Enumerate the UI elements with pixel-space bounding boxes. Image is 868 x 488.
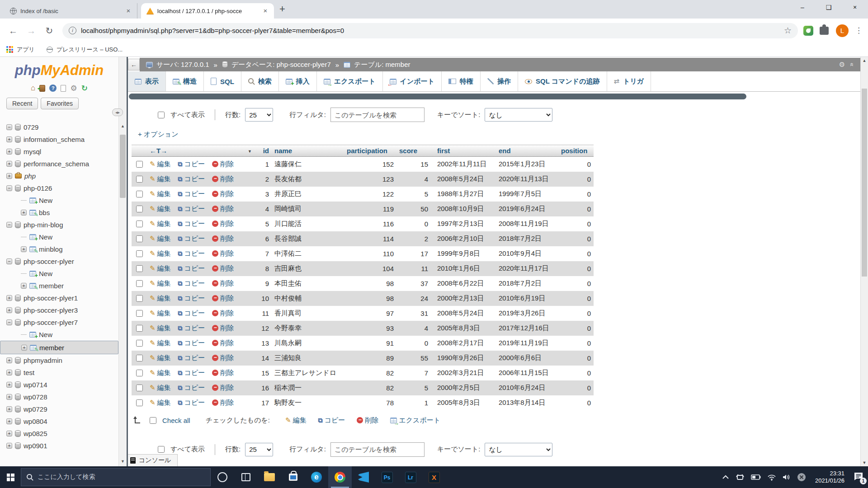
- minimize-button[interactable]: –: [789, 0, 816, 15]
- collapse-icon[interactable]: −: [6, 319, 12, 325]
- copy-link[interactable]: ⧉コピー: [178, 249, 205, 258]
- scroll-down-icon[interactable]: ▼: [119, 459, 127, 464]
- taskbar-clock[interactable]: 23:31 2021/01/26: [815, 470, 844, 484]
- expand-icon[interactable]: +: [6, 418, 12, 424]
- row-checkbox[interactable]: [136, 176, 143, 183]
- browser-menu-icon[interactable]: ⋮: [855, 26, 863, 35]
- breadcrumb-database[interactable]: データベース: php-soccer-plyer7: [231, 61, 331, 69]
- sidebar-collapse-handle[interactable]: ◂▸: [112, 108, 123, 116]
- tree-item-New[interactable]: New: [0, 231, 118, 243]
- tree-item-php-min-blog[interactable]: −php-min-blog: [0, 219, 118, 231]
- delete-link[interactable]: −削除: [212, 324, 234, 333]
- delete-link[interactable]: −削除: [212, 160, 234, 169]
- xampp-button[interactable]: X: [422, 466, 446, 488]
- copy-link[interactable]: ⧉コピー: [178, 294, 205, 303]
- tree-item-php[interactable]: +php: [0, 170, 118, 182]
- edit-link[interactable]: ✎編集: [150, 399, 171, 407]
- header-end[interactable]: end: [496, 145, 558, 157]
- row-checkbox[interactable]: [136, 310, 143, 317]
- logout-icon[interactable]: [39, 85, 45, 92]
- expand-icon[interactable]: +: [6, 149, 12, 155]
- cortana-button[interactable]: [211, 466, 234, 488]
- row-checkbox[interactable]: [136, 265, 143, 272]
- pma-tab-track[interactable]: SQL コマンドの追跡: [518, 71, 607, 91]
- home-icon[interactable]: ⌂: [31, 84, 35, 93]
- copy-link[interactable]: ⧉コピー: [178, 384, 205, 392]
- edit-link[interactable]: ✎編集: [150, 190, 171, 198]
- delete-link[interactable]: −削除: [212, 369, 234, 377]
- tree-item-php-soccer-plyer3[interactable]: +php-soccer-plyer3: [0, 304, 118, 316]
- row-checkbox[interactable]: [136, 370, 143, 376]
- row-checkbox[interactable]: [136, 340, 143, 347]
- expand-icon[interactable]: +: [6, 370, 12, 375]
- edit-link[interactable]: ✎編集: [150, 175, 171, 183]
- fulltext-toggle[interactable]: ←T→: [150, 147, 167, 155]
- pma-tab-priv[interactable]: 特権: [442, 71, 481, 91]
- edit-link[interactable]: ✎編集: [150, 354, 171, 362]
- row-checkbox[interactable]: [136, 235, 143, 242]
- copy-link[interactable]: ⧉コピー: [178, 205, 205, 213]
- expand-icon[interactable]: +: [6, 357, 12, 363]
- bookmark-apps[interactable]: アプリ: [6, 46, 35, 54]
- phpmyadmin-logo[interactable]: phpMyAdmin: [0, 62, 118, 79]
- breadcrumb-back-button[interactable]: ←: [128, 59, 140, 70]
- header-position[interactable]: position: [558, 145, 594, 157]
- tree-item-phpmyadmin[interactable]: +phpmyadmin: [0, 354, 118, 366]
- show-all-checkbox[interactable]: [158, 112, 165, 118]
- copy-link[interactable]: ⧉コピー: [178, 220, 205, 228]
- delete-link[interactable]: −削除: [212, 205, 234, 213]
- recent-button[interactable]: Recent: [6, 98, 38, 109]
- scroll-thumb[interactable]: [862, 89, 867, 277]
- sort-select[interactable]: なし: [485, 443, 552, 456]
- tree-item-php-0126[interactable]: −php-0126: [0, 182, 118, 194]
- photoshop-button[interactable]: Ps: [375, 466, 399, 488]
- delete-link[interactable]: −削除: [212, 175, 234, 183]
- delete-link[interactable]: −削除: [212, 190, 234, 198]
- row-checkbox[interactable]: [136, 161, 143, 168]
- tree-item-php-soccer-plyer7[interactable]: −php-soccer-plyer7: [0, 316, 118, 328]
- tree-item-wp0714[interactable]: +wp0714: [0, 379, 118, 391]
- tree-item-New[interactable]: New: [0, 328, 118, 341]
- page-settings-gear-icon[interactable]: ⚙: [839, 61, 845, 69]
- sort-caret-icon[interactable]: ▼: [248, 149, 252, 154]
- row-checkbox[interactable]: [136, 206, 143, 212]
- tree-item-php-soccer-plyer[interactable]: −php-soccer-plyer: [0, 255, 118, 267]
- scroll-down-icon[interactable]: ▼: [861, 460, 868, 465]
- delete-link[interactable]: −削除: [212, 220, 234, 228]
- row-checkbox[interactable]: [136, 399, 143, 406]
- url-text[interactable]: localhost/phpmyadmin/sql.php?server=1&db…: [81, 27, 779, 34]
- edit-link[interactable]: ✎編集: [150, 279, 171, 288]
- sort-select[interactable]: なし: [485, 108, 552, 122]
- expand-icon[interactable]: +: [6, 406, 12, 412]
- delete-link[interactable]: −削除: [212, 399, 234, 407]
- profile-avatar[interactable]: L: [836, 24, 849, 37]
- row-checkbox[interactable]: [136, 250, 143, 257]
- delete-link[interactable]: −削除: [212, 279, 234, 288]
- expand-icon[interactable]: +: [6, 382, 12, 388]
- edit-link[interactable]: ✎編集: [150, 160, 171, 169]
- row-checkbox[interactable]: [136, 295, 143, 302]
- delete-link[interactable]: −削除: [212, 235, 234, 243]
- copy-link[interactable]: ⧉コピー: [178, 399, 205, 407]
- extension-icon[interactable]: [803, 26, 813, 36]
- lightroom-button[interactable]: Lr: [399, 466, 422, 488]
- expand-icon[interactable]: +: [21, 283, 27, 289]
- expand-icon[interactable]: +: [6, 136, 12, 142]
- reload-nav-icon[interactable]: ↻: [81, 84, 88, 93]
- options-link[interactable]: + オプション: [138, 130, 179, 139]
- delete-link[interactable]: −削除: [212, 294, 234, 303]
- tree-item-member[interactable]: +member: [0, 280, 118, 292]
- header-first[interactable]: first: [431, 145, 496, 157]
- rows-select[interactable]: 25: [245, 443, 273, 456]
- scroll-up-icon[interactable]: ▲: [861, 58, 868, 63]
- taskbar-search[interactable]: ここに入力して検索: [21, 468, 211, 486]
- collapse-icon[interactable]: −: [6, 258, 12, 264]
- header-name[interactable]: name: [272, 145, 344, 157]
- docs-icon[interactable]: [61, 85, 66, 92]
- store-button[interactable]: [281, 466, 305, 488]
- maximize-button[interactable]: ❑: [816, 0, 842, 15]
- copy-link[interactable]: ⧉コピー: [178, 339, 205, 347]
- tray-dismiss-icon[interactable]: [797, 473, 806, 482]
- copy-link[interactable]: ⧉コピー: [178, 309, 205, 318]
- delete-link[interactable]: −削除: [212, 309, 234, 318]
